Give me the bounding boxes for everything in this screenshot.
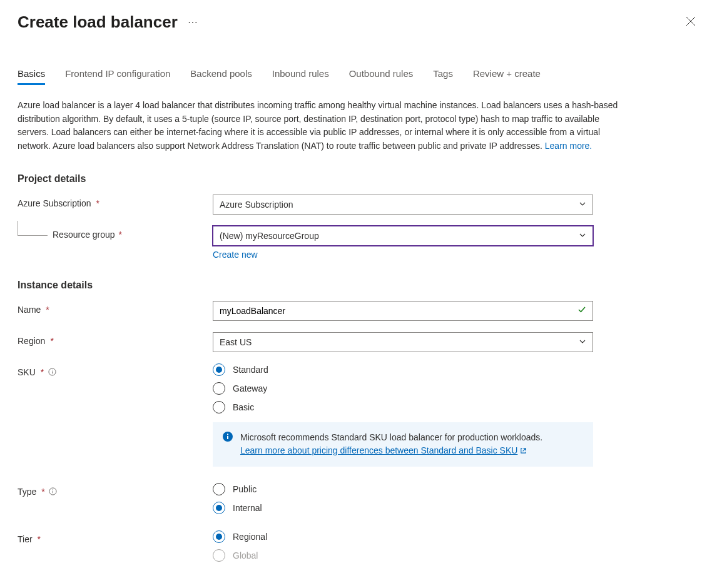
svg-rect-2	[227, 436, 228, 439]
page-title: Create load balancer	[18, 13, 178, 32]
hierarchy-line	[18, 221, 48, 236]
tab-tags[interactable]: Tags	[433, 63, 453, 85]
tab-inbound-rules[interactable]: Inbound rules	[272, 63, 329, 85]
tier-radio-global: Global	[213, 549, 593, 562]
sku-radio-standard[interactable]: Standard	[213, 363, 593, 376]
close-icon[interactable]	[682, 13, 699, 32]
tab-outbound-rules[interactable]: Outbound rules	[349, 63, 414, 85]
tab-backend-pools[interactable]: Backend pools	[190, 63, 252, 85]
tab-basics[interactable]: Basics	[18, 63, 45, 85]
label-type: Type*	[18, 483, 213, 497]
svg-rect-3	[227, 433, 228, 435]
chevron-down-icon	[579, 200, 586, 210]
page-header: Create load balancer ⋯	[18, 13, 699, 32]
learn-more-link[interactable]: Learn more.	[545, 141, 592, 151]
region-select[interactable]: East US	[213, 332, 593, 352]
label-sku: SKU*	[18, 363, 213, 377]
create-new-link[interactable]: Create new	[213, 250, 258, 260]
external-link-icon	[520, 445, 527, 458]
check-icon	[577, 305, 586, 316]
type-radio-group: Public Internal	[213, 483, 593, 514]
sku-radio-gateway[interactable]: Gateway	[213, 382, 593, 395]
sku-radio-group: Standard Gateway Basic	[213, 363, 593, 413]
info-icon[interactable]	[49, 487, 58, 496]
tier-radio-group: Regional Global	[213, 530, 593, 562]
tier-radio-regional[interactable]: Regional	[213, 530, 593, 543]
name-input-wrapper	[213, 301, 593, 321]
info-icon	[223, 432, 233, 444]
label-region: Region*	[18, 332, 213, 346]
type-radio-public[interactable]: Public	[213, 483, 593, 495]
type-radio-internal[interactable]: Internal	[213, 502, 593, 514]
description-text: Azure load balancer is a layer 4 load ba…	[18, 99, 618, 153]
more-options-icon[interactable]: ⋯	[188, 16, 198, 28]
chevron-down-icon	[579, 231, 586, 241]
sku-pricing-link[interactable]: Learn more about pricing differences bet…	[240, 445, 527, 455]
label-tier: Tier*	[18, 530, 213, 544]
label-subscription: Azure Subscription*	[18, 195, 213, 208]
tab-frontend-ip[interactable]: Frontend IP configuration	[65, 63, 170, 85]
resource-group-select[interactable]: (New) myResourceGroup	[213, 226, 593, 246]
info-icon[interactable]	[48, 368, 56, 377]
name-input[interactable]	[220, 306, 577, 316]
section-project-details: Project details	[18, 173, 699, 185]
label-resource-group: Resource group *	[18, 226, 213, 240]
section-instance-details: Instance details	[18, 280, 699, 291]
label-name: Name*	[18, 301, 213, 315]
tabs-bar: Basics Frontend IP configuration Backend…	[18, 63, 699, 85]
chevron-down-icon	[579, 337, 586, 347]
tab-review-create[interactable]: Review + create	[473, 63, 541, 85]
sku-radio-basic[interactable]: Basic	[213, 401, 593, 413]
subscription-select[interactable]: Azure Subscription	[213, 195, 593, 215]
sku-info-box: Microsoft recommends Standard SKU load b…	[213, 422, 593, 467]
